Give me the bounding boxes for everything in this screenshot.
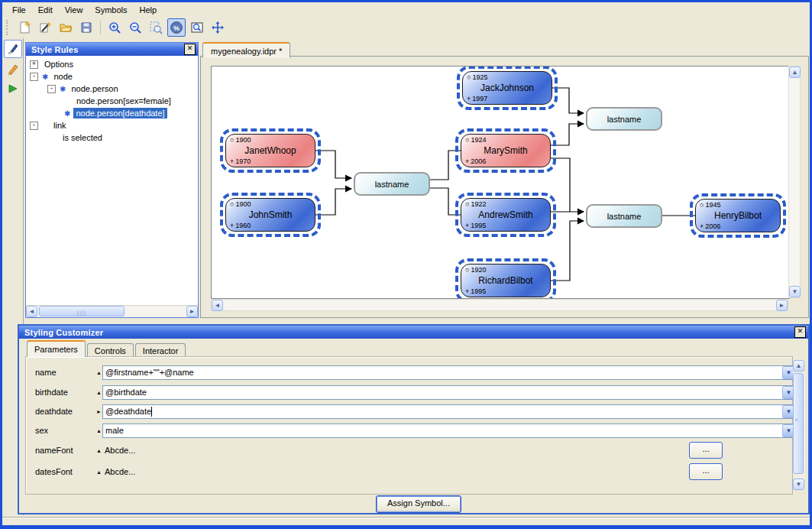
- save-button[interactable]: [77, 18, 95, 37]
- person-node-andrewsmith[interactable]: ○1922 AndrewSmith +1995: [461, 198, 551, 232]
- canvas-hscrollbar[interactable]: ◄ ►: [211, 299, 788, 311]
- assign-symbol-button[interactable]: Assign Symbol...: [376, 495, 461, 513]
- canvas-vscrollbar[interactable]: ▲ ▼: [788, 66, 801, 298]
- tree-item-node-person-deathdate[interactable]: ✱ node.person[deathdate]: [26, 107, 198, 119]
- datesfont-browse-button[interactable]: ...: [689, 463, 723, 480]
- person-name: MarySmith: [461, 145, 550, 156]
- document-tab[interactable]: mygenealogy.idpr *: [202, 42, 290, 58]
- scroll-up-icon[interactable]: ▲: [793, 360, 804, 372]
- scroll-down-icon[interactable]: ▼: [789, 286, 801, 297]
- death-icon: +: [230, 222, 234, 229]
- run-button[interactable]: [4, 80, 22, 98]
- link-node-lastname[interactable]: lastname: [354, 172, 430, 196]
- sort-arrow-icon[interactable]: ►: [96, 409, 102, 414]
- tree-item-node[interactable]: - ✱ node: [26, 70, 198, 83]
- menu-view[interactable]: View: [59, 4, 89, 16]
- zoom-selection-button[interactable]: [147, 18, 165, 37]
- param-label: name: [35, 368, 89, 377]
- edit-pencil-button[interactable]: [4, 60, 22, 78]
- parameters-form: name ▲ @firstname+""+@name ▼ birthdate ▲…: [25, 356, 793, 495]
- open-button[interactable]: [57, 18, 75, 37]
- sort-arrow-icon[interactable]: ▲: [96, 428, 102, 433]
- style-brush-button[interactable]: [4, 40, 22, 58]
- tree-item-link[interactable]: - link: [26, 119, 198, 131]
- zoom-percent-button[interactable]: %: [167, 18, 186, 37]
- style-rules-hscrollbar[interactable]: ◄ |||| ►: [26, 305, 198, 317]
- new-document-button[interactable]: [15, 18, 34, 37]
- param-row-name: name ▲ @firstname+""+@name ▼: [26, 365, 792, 380]
- sort-arrow-icon[interactable]: ▲: [96, 390, 102, 395]
- close-icon[interactable]: ✕: [184, 44, 196, 55]
- death-year: 2006: [471, 157, 486, 165]
- tree-item-options[interactable]: + Options: [26, 58, 198, 70]
- zoom-percent-icon: %: [170, 21, 183, 34]
- tab-controls[interactable]: Controls: [87, 343, 134, 357]
- link-node-lastname[interactable]: lastname: [586, 107, 662, 131]
- namefont-browse-button[interactable]: ...: [689, 442, 723, 459]
- expand-icon[interactable]: +: [30, 60, 38, 69]
- menu-edit[interactable]: Edit: [32, 4, 59, 16]
- menu-file[interactable]: File: [6, 4, 32, 16]
- selection-border[interactable]: ○1922 AndrewSmith +1995: [455, 193, 556, 237]
- new-document-icon: [18, 21, 31, 34]
- person-node-marysmith[interactable]: ○1924 MarySmith +2006: [461, 134, 551, 167]
- tab-parameters[interactable]: Parameters: [27, 340, 86, 357]
- zoom-in-button[interactable]: [105, 18, 124, 37]
- tree-item-node-person-sex-female[interactable]: node.person[sex=female]: [26, 95, 198, 107]
- collapse-icon[interactable]: -: [47, 85, 56, 93]
- selection-border[interactable]: ○1925 JackJohnson +1997: [457, 66, 558, 110]
- tab-interactor[interactable]: Interactor: [135, 343, 186, 357]
- name-combobox[interactable]: @firstname+""+@name ▼: [102, 365, 796, 380]
- birthdate-combobox[interactable]: @birthdate ▼: [102, 385, 796, 400]
- scroll-right-icon[interactable]: ►: [776, 300, 788, 311]
- selection-border[interactable]: ○1945 HenryBilbot +2006: [690, 193, 786, 238]
- close-icon[interactable]: ✕: [794, 326, 806, 338]
- tree-item-node-person[interactable]: - ✱ node.person: [26, 83, 198, 95]
- sort-arrow-icon[interactable]: ▲: [96, 370, 102, 375]
- person-node-henrybilbot[interactable]: ○1945 HenryBilbot +2006: [695, 199, 781, 232]
- person-node-richardbilbot[interactable]: ○1920 RichardBilbot +1995: [461, 264, 551, 297]
- person-node-jackjohnson[interactable]: ○1925 JackJohnson +1997: [462, 71, 552, 105]
- selection-border[interactable]: ○1900 JohnSmith +1960: [220, 193, 321, 237]
- scroll-down-icon[interactable]: ▼: [793, 479, 804, 490]
- param-label: datesFont: [35, 467, 89, 476]
- run-icon: [7, 83, 19, 95]
- scroll-thumb[interactable]: ||||: [39, 306, 125, 316]
- toolbar-grip[interactable]: [6, 20, 11, 35]
- death-year: 1970: [235, 157, 251, 165]
- pan-button[interactable]: [209, 18, 227, 37]
- rule-gear-icon: ✱: [64, 109, 70, 118]
- birth-year: 1924: [471, 136, 486, 144]
- menu-symbols[interactable]: Symbols: [89, 4, 133, 16]
- param-row-namefont: nameFont ▲ Abcde... ...: [26, 443, 792, 458]
- collapse-icon[interactable]: -: [30, 73, 38, 81]
- link-node-lastname[interactable]: lastname: [586, 204, 662, 228]
- collapse-icon[interactable]: -: [30, 122, 38, 130]
- selection-border[interactable]: ○1924 MarySmith +2006: [455, 128, 556, 173]
- scroll-left-icon[interactable]: ◄: [212, 300, 223, 311]
- menu-help[interactable]: Help: [134, 4, 163, 16]
- fit-to-window-button[interactable]: [188, 18, 206, 37]
- birth-icon: ○: [465, 136, 469, 144]
- param-row-deathdate: deathdate ► @deathdate ▼: [26, 404, 792, 419]
- fit-to-window-icon: [190, 21, 204, 34]
- scroll-right-icon[interactable]: ►: [186, 306, 198, 317]
- sex-combobox[interactable]: male ▼: [102, 424, 796, 438]
- selection-border[interactable]: ○1920 RichardBilbot +1995: [455, 258, 556, 299]
- diagram-canvas[interactable]: ○1925 JackJohnson +1997 ○1900 JanetWhoop…: [211, 66, 790, 299]
- zoom-out-button[interactable]: [126, 18, 144, 37]
- style-rules-titlebar[interactable]: Style Rules ✕: [26, 43, 198, 56]
- scroll-up-icon[interactable]: ▲: [789, 67, 801, 78]
- deathdate-combobox[interactable]: @deathdate ▼: [102, 404, 796, 419]
- customizer-titlebar[interactable]: Styling Customizer ✕: [19, 326, 808, 339]
- sort-arrow-icon[interactable]: ▲: [96, 469, 102, 475]
- sort-arrow-icon[interactable]: ▲: [96, 448, 102, 453]
- person-node-johnsmith[interactable]: ○1900 JohnSmith +1960: [225, 198, 315, 232]
- scroll-left-icon[interactable]: ◄: [26, 306, 37, 317]
- edit-style-button[interactable]: [36, 18, 54, 37]
- selection-border[interactable]: ○1900 JanetWhoop +1970: [220, 128, 321, 173]
- customizer-vscrollbar[interactable]: ▲ ≡ ▼: [793, 360, 805, 490]
- person-node-janetwhoop[interactable]: ○1900 JanetWhoop +1970: [225, 134, 315, 167]
- tree-item-is-selected[interactable]: is selected: [26, 131, 198, 144]
- scroll-thumb[interactable]: ≡: [793, 373, 804, 474]
